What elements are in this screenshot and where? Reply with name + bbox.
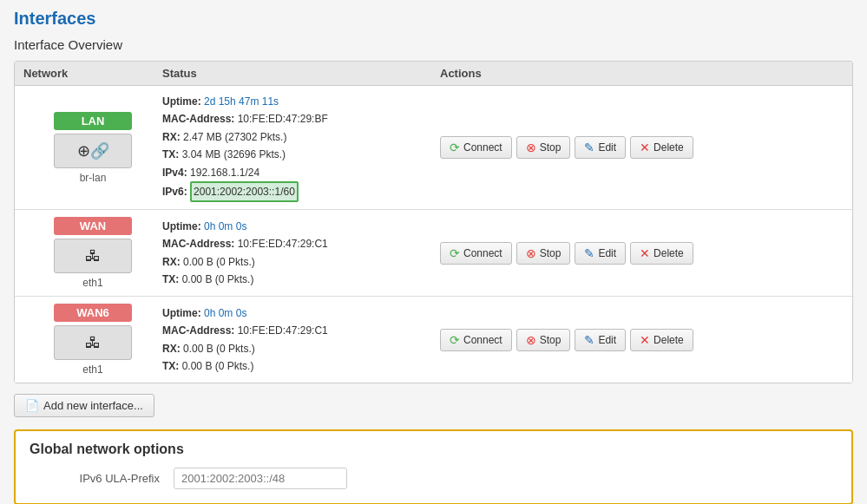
edit-icon: ✎ xyxy=(584,141,594,154)
page-title: Interfaces xyxy=(14,9,853,29)
wan-icon: 🖧 xyxy=(85,247,101,265)
ipv6-ula-input[interactable] xyxy=(174,468,347,489)
network-icon-lan: ⊕🔗 xyxy=(54,134,132,168)
uptime-label: Uptime: xyxy=(162,95,201,108)
wan-tx: 0.00 B (0 Pkts.) xyxy=(182,273,254,285)
table-row: WAN6 🖧 eth1 Uptime: 0h 0m 0s MAC-Address… xyxy=(15,297,852,383)
ipv6-label: IPv6: xyxy=(162,186,187,198)
wan6-icon: 🖧 xyxy=(85,334,101,352)
col-status: Status xyxy=(162,67,440,80)
lan-connect-button[interactable]: ⟳ Connect xyxy=(440,136,512,159)
lan-icon: ⊕🔗 xyxy=(77,141,109,160)
wan6-delete-button[interactable]: ✕ Delete xyxy=(630,329,693,351)
connect-icon: ⟳ xyxy=(450,246,460,260)
lan-edit-button[interactable]: ✎ Edit xyxy=(575,136,626,159)
connect-label: Connect xyxy=(463,247,502,259)
ipv6-ula-row: IPv6 ULA-Prefix xyxy=(30,468,837,489)
table-row: LAN ⊕🔗 br-lan Uptime: 2d 15h 47m 11s MAC… xyxy=(15,86,852,210)
delete-icon: ✕ xyxy=(640,246,650,260)
wan6-edit-button[interactable]: ✎ Edit xyxy=(575,329,626,351)
tx-label: TX: xyxy=(162,273,179,285)
network-cell-lan: LAN ⊕🔗 br-lan xyxy=(23,112,162,184)
uptime-label: Uptime: xyxy=(162,220,201,232)
wan6-uptime: 0h 0m 0s xyxy=(204,307,246,319)
add-interface-button[interactable]: 📄 Add new interface... xyxy=(14,394,154,417)
wan-connect-button[interactable]: ⟳ Connect xyxy=(440,242,512,265)
add-icon: 📄 xyxy=(25,399,39,412)
connect-label: Connect xyxy=(463,141,502,154)
ipv6-ula-label: IPv6 ULA-Prefix xyxy=(64,472,160,485)
actions-cell-wan: ⟳ Connect ⊗ Stop ✎ Edit ✕ Delete xyxy=(440,242,844,265)
status-cell-wan: Uptime: 0h 0m 0s MAC-Address: 10:FE:ED:4… xyxy=(162,218,440,289)
stop-icon: ⊗ xyxy=(526,333,536,347)
network-label-lan: br-lan xyxy=(80,172,107,184)
tx-label: TX: xyxy=(162,148,179,160)
lan-delete-button[interactable]: ✕ Delete xyxy=(630,136,693,159)
delete-icon: ✕ xyxy=(640,333,650,347)
wan-rx: 0.00 B (0 Pkts.) xyxy=(183,256,255,268)
connect-label: Connect xyxy=(463,334,502,346)
network-cell-wan: WAN 🖧 eth1 xyxy=(23,217,162,289)
network-badge-lan: LAN xyxy=(54,112,132,130)
rx-label: RX: xyxy=(162,131,181,143)
wan6-rx: 0.00 B (0 Pkts.) xyxy=(183,343,255,355)
lan-mac: 10:FE:ED:47:29:BF xyxy=(238,113,328,125)
uptime-label: Uptime: xyxy=(162,307,201,319)
col-network: Network xyxy=(23,67,162,80)
network-cell-wan6: WAN6 🖧 eth1 xyxy=(23,304,162,376)
wan-stop-button[interactable]: ⊗ Stop xyxy=(516,242,571,265)
lan-ipv6: 2001:2002:2003::1/60 xyxy=(190,181,299,202)
wan6-mac: 10:FE:ED:47:29:C1 xyxy=(238,324,328,337)
lan-stop-button[interactable]: ⊗ Stop xyxy=(516,136,571,159)
delete-label: Delete xyxy=(654,247,684,259)
edit-icon: ✎ xyxy=(584,246,594,260)
global-title: Global network options xyxy=(30,442,837,457)
status-cell-lan: Uptime: 2d 15h 47m 11s MAC-Address: 10:F… xyxy=(162,93,440,202)
wan-delete-button[interactable]: ✕ Delete xyxy=(630,242,693,265)
lan-tx: 3.04 MB (32696 Pkts.) xyxy=(182,148,286,160)
section-title: Interface Overview xyxy=(14,37,853,52)
status-cell-wan6: Uptime: 0h 0m 0s MAC-Address: 10:FE:ED:4… xyxy=(162,304,440,376)
table-header: Network Status Actions xyxy=(15,62,852,86)
actions-cell-lan: ⟳ Connect ⊗ Stop ✎ Edit ✕ Delete xyxy=(440,136,844,159)
stop-label: Stop xyxy=(540,334,562,346)
connect-icon: ⟳ xyxy=(450,141,460,154)
edit-label: Edit xyxy=(598,247,616,259)
stop-icon: ⊗ xyxy=(526,141,536,154)
lan-uptime: 2d 15h 47m 11s xyxy=(204,95,279,108)
wan6-connect-button[interactable]: ⟳ Connect xyxy=(440,329,512,351)
table-row: WAN 🖧 eth1 Uptime: 0h 0m 0s MAC-Address:… xyxy=(15,210,852,297)
lan-ipv4: 192.168.1.1/24 xyxy=(190,167,259,179)
network-icon-wan6: 🖧 xyxy=(54,325,132,360)
mac-label: MAC-Address: xyxy=(162,324,234,337)
wan-mac: 10:FE:ED:47:29:C1 xyxy=(238,238,328,250)
network-label-wan6: eth1 xyxy=(82,363,102,376)
wan-edit-button[interactable]: ✎ Edit xyxy=(575,242,626,265)
wan6-stop-button[interactable]: ⊗ Stop xyxy=(516,329,571,351)
global-network-options: Global network options IPv6 ULA-Prefix xyxy=(14,429,853,504)
lan-rx: 2.47 MB (27302 Pkts.) xyxy=(183,131,286,143)
connect-icon: ⟳ xyxy=(450,333,460,347)
mac-label: MAC-Address: xyxy=(162,238,234,250)
col-actions: Actions xyxy=(440,67,844,80)
interfaces-table: Network Status Actions LAN ⊕🔗 br-lan Upt… xyxy=(14,61,853,383)
edit-label: Edit xyxy=(598,141,616,154)
mac-label: MAC-Address: xyxy=(162,113,234,125)
actions-cell-wan6: ⟳ Connect ⊗ Stop ✎ Edit ✕ Delete xyxy=(440,329,844,351)
stop-label: Stop xyxy=(540,141,562,154)
add-button-label: Add new interface... xyxy=(43,399,143,412)
stop-label: Stop xyxy=(540,247,562,259)
rx-label: RX: xyxy=(162,256,181,268)
delete-label: Delete xyxy=(654,334,684,346)
network-badge-wan6: WAN6 xyxy=(54,304,132,322)
tx-label: TX: xyxy=(162,360,179,372)
ipv4-label: IPv4: xyxy=(162,167,187,179)
network-icon-wan: 🖧 xyxy=(54,239,132,273)
rx-label: RX: xyxy=(162,343,181,355)
wan-uptime: 0h 0m 0s xyxy=(204,220,246,232)
edit-icon: ✎ xyxy=(584,333,594,347)
network-label-wan: eth1 xyxy=(82,277,102,289)
edit-label: Edit xyxy=(598,334,616,346)
delete-icon: ✕ xyxy=(640,141,650,154)
network-badge-wan: WAN xyxy=(54,217,132,235)
